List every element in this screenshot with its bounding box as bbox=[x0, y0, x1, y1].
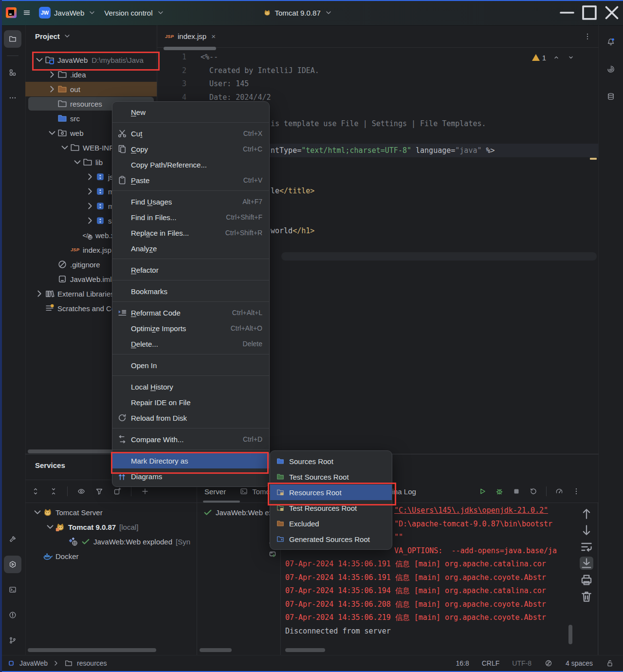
services-plus-button[interactable] bbox=[141, 487, 149, 496]
submenu-item-resources-root[interactable]: Resources Root bbox=[270, 485, 392, 500]
menu-item-analyze[interactable]: Analyze bbox=[112, 241, 269, 256]
service-item-tomcat-9-0-87[interactable]: Tomcat 9.0.87[local] bbox=[25, 520, 197, 534]
breadcrumb-project[interactable]: JavaWeb bbox=[19, 659, 48, 667]
warning-stripe-mark[interactable] bbox=[590, 158, 597, 160]
log-gauge-button[interactable] bbox=[555, 487, 564, 496]
activity-build-button[interactable] bbox=[4, 530, 21, 548]
menu-item-find-in-files[interactable]: Find in Files...Ctrl+Shift+F bbox=[112, 209, 269, 225]
deployment-item[interactable]: JavaWeb:Web exploded bbox=[197, 505, 275, 520]
menu-item-compare-with[interactable]: Compare With...Ctrl+D bbox=[112, 431, 269, 447]
activity-services-button[interactable] bbox=[4, 556, 21, 573]
menu-item-cut[interactable]: CutCtrl+X bbox=[112, 126, 269, 141]
chevron-down-icon[interactable] bbox=[59, 142, 70, 153]
services-eye-button[interactable] bbox=[77, 487, 86, 496]
run-configuration-widget[interactable]: Tomcat 9.0.87 bbox=[259, 5, 337, 20]
chevron-down-icon[interactable] bbox=[47, 128, 57, 138]
log-printer-button[interactable] bbox=[580, 573, 593, 586]
chevron-right-icon[interactable] bbox=[47, 69, 57, 80]
menu-item-copy[interactable]: CopyCtrl+C bbox=[112, 141, 269, 157]
services-collapse-all-button[interactable] bbox=[49, 487, 58, 496]
log-kebab-button[interactable] bbox=[572, 487, 581, 496]
services-open-new-button[interactable] bbox=[113, 487, 122, 496]
menu-item-repair-ide-on-file[interactable]: Repair IDE on File bbox=[112, 394, 269, 410]
log-debug-button[interactable] bbox=[495, 487, 504, 496]
chevron-down-icon[interactable] bbox=[63, 32, 72, 40]
vcs-widget[interactable]: Version control bbox=[100, 5, 168, 20]
tree-item-out[interactable]: out bbox=[25, 82, 157, 96]
log-stop-button[interactable] bbox=[512, 487, 521, 496]
tree-item-idea[interactable]: .idea bbox=[25, 67, 157, 82]
menu-item-find-usages[interactable]: Find UsagesAlt+F7 bbox=[112, 194, 269, 209]
settings-button[interactable] bbox=[548, 10, 556, 16]
debug-button[interactable] bbox=[345, 10, 352, 16]
chevron-right-icon[interactable] bbox=[85, 186, 95, 197]
log-trash-button[interactable] bbox=[580, 590, 593, 603]
menu-item-open-in[interactable]: Open In bbox=[112, 357, 269, 373]
activity-terminal-button[interactable] bbox=[4, 581, 21, 598]
service-item-tomcat-server[interactable]: Tomcat Server bbox=[25, 505, 197, 520]
add-user-button[interactable] bbox=[532, 10, 540, 16]
service-item-docker[interactable]: Docker bbox=[25, 549, 197, 563]
line-ending[interactable]: CRLF bbox=[482, 659, 500, 667]
menu-item-replace-in-files[interactable]: Replace in Files...Ctrl+Shift+R bbox=[112, 225, 269, 241]
tree-item-javaweb[interactable]: JavaWebD:\mybatis\Java bbox=[25, 53, 157, 67]
activity-problems-button[interactable] bbox=[4, 606, 21, 624]
file-encoding[interactable]: UTF-8 bbox=[512, 659, 531, 667]
log-run-button[interactable] bbox=[478, 487, 487, 496]
menu-item-reload-from-disk[interactable]: Reload from Disk bbox=[112, 410, 269, 426]
deploy-export-run-button[interactable] bbox=[268, 550, 277, 559]
submenu-item-sources-root[interactable]: Sources Root bbox=[270, 453, 392, 469]
main-menu-button[interactable] bbox=[18, 5, 35, 20]
menu-item-mark-directory-as[interactable]: Mark Directory as bbox=[112, 453, 269, 468]
log-arrow-up-button[interactable] bbox=[580, 507, 593, 520]
chevron-down-icon[interactable] bbox=[45, 522, 55, 532]
tab-server[interactable]: Server bbox=[204, 487, 226, 496]
menu-item-optimize-imports[interactable]: Optimize ImportsCtrl+Alt+O bbox=[112, 320, 269, 336]
services-hscrollbar[interactable] bbox=[28, 648, 156, 652]
activity-structure-button[interactable] bbox=[4, 64, 21, 81]
more-actions-button[interactable] bbox=[352, 10, 360, 16]
menu-item-delete[interactable]: Delete...Delete bbox=[112, 336, 269, 352]
menu-item-bookmarks[interactable]: Bookmarks bbox=[112, 283, 269, 299]
chevron-right-icon[interactable] bbox=[85, 171, 95, 182]
log-scroll-end-button[interactable] bbox=[580, 557, 593, 570]
activity-project-button[interactable] bbox=[4, 30, 21, 48]
service-item-javaweb-web-exploded[interactable]: JavaWeb:Web exploded[Syn bbox=[25, 534, 197, 549]
chevron-down-icon[interactable] bbox=[32, 507, 43, 518]
tab-index-jsp[interactable]: JSP index.jsp × bbox=[159, 25, 221, 47]
breadcrumb-folder[interactable]: resources bbox=[77, 659, 107, 667]
search-button[interactable] bbox=[540, 10, 548, 16]
chevron-right-icon[interactable] bbox=[47, 84, 57, 94]
editor-options-icon[interactable] bbox=[583, 32, 592, 41]
log-rerun-button[interactable] bbox=[529, 487, 538, 496]
rightbar-ai-assistant-button[interactable] bbox=[602, 60, 620, 78]
chevron-down-icon[interactable] bbox=[34, 55, 45, 65]
log-hscrollbar[interactable] bbox=[285, 648, 325, 652]
menu-item-local-history[interactable]: Local History bbox=[112, 379, 269, 394]
close-tab-icon[interactable]: × bbox=[211, 32, 216, 40]
menu-item-paste[interactable]: PasteCtrl+V bbox=[112, 172, 269, 188]
log-soft-wrap-button[interactable] bbox=[580, 540, 593, 553]
deployment-hscrollbar[interactable] bbox=[200, 648, 232, 652]
submenu-item-generated-sources-root[interactable]: *Generated Sources Root bbox=[270, 531, 392, 547]
services-filter-button[interactable] bbox=[95, 487, 104, 496]
activity-version-control-button[interactable] bbox=[4, 632, 21, 649]
menu-item-diagrams[interactable]: Diagrams bbox=[112, 468, 269, 484]
chevron-right-icon[interactable] bbox=[34, 288, 45, 299]
inspections-off-icon[interactable] bbox=[544, 659, 553, 668]
rightbar-notifications-button[interactable] bbox=[602, 33, 620, 51]
maximize-button[interactable] bbox=[578, 3, 601, 22]
log-arrow-down-button[interactable] bbox=[580, 523, 593, 537]
submenu-item-excluded[interactable]: Excluded bbox=[270, 516, 392, 531]
chevron-right-icon[interactable] bbox=[85, 215, 95, 226]
caret-position[interactable]: 16:8 bbox=[456, 659, 469, 667]
indent-setting[interactable]: 4 spaces bbox=[566, 659, 593, 667]
chevron-right-icon[interactable] bbox=[85, 201, 95, 211]
project-widget[interactable]: JW JavaWeb bbox=[35, 4, 100, 21]
minimize-button[interactable] bbox=[556, 3, 578, 22]
run-button[interactable] bbox=[337, 10, 345, 16]
activity-more-tools-button[interactable] bbox=[4, 89, 21, 107]
menu-item-reformat-code[interactable]: Reformat CodeCtrl+Alt+L bbox=[112, 305, 269, 320]
menu-item-new[interactable]: New bbox=[112, 104, 269, 120]
menu-item-refactor[interactable]: Refactor bbox=[112, 262, 269, 278]
